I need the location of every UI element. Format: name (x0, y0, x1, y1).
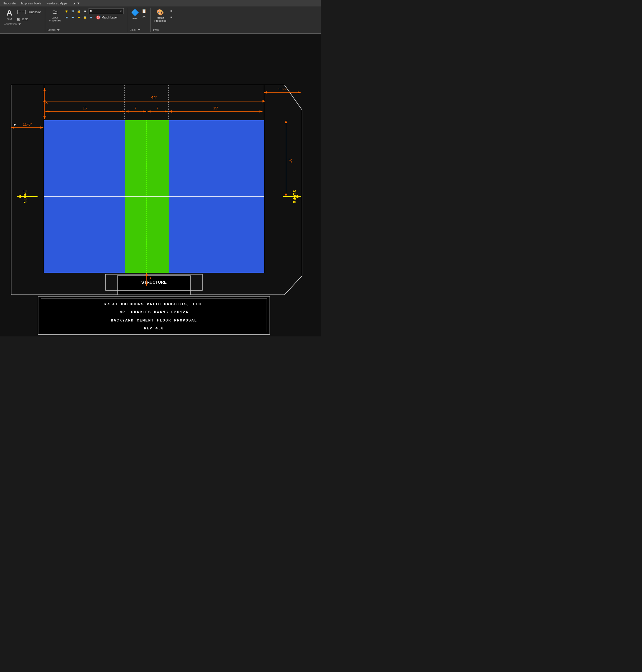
layer-tool-4[interactable]: 🔒 (82, 15, 88, 20)
table-button[interactable]: ⊞ Table (16, 16, 30, 22)
insert-button[interactable]: 🔷 Insert (130, 8, 140, 21)
layer-tool-3[interactable]: ✦ (76, 15, 81, 20)
svg-text:STRUCTURE: STRUCTURE (141, 280, 167, 284)
svg-text:REV 4.0: REV 4.0 (144, 326, 164, 331)
svg-marker-39 (11, 126, 14, 129)
svg-marker-28 (165, 110, 168, 113)
lock-icon-btn[interactable]: 🔒 (76, 9, 81, 14)
insert-label: Insert (132, 17, 139, 20)
svg-point-66 (14, 124, 15, 126)
svg-marker-31 (169, 110, 171, 113)
block-chevron (138, 29, 140, 31)
layers-group-label[interactable]: Layers (48, 28, 125, 31)
svg-marker-35 (264, 91, 267, 93)
prop-tool-2[interactable]: ≡ (169, 14, 174, 20)
text-button[interactable]: A Text (4, 8, 15, 21)
layer-properties-label: Layer Properties (49, 16, 61, 22)
prop-tool-1[interactable]: ≡ (169, 8, 174, 13)
svg-text:5: 5 (44, 102, 48, 104)
svg-marker-57 (296, 195, 300, 198)
svg-marker-47 (285, 120, 287, 123)
match-properties-button[interactable]: 🎨 Match Properties (153, 8, 167, 23)
tab-collaborate[interactable]: llaborate (1, 1, 18, 5)
ribbon: llaborate Express Tools Featured Apps ▲ … (0, 0, 321, 34)
layer-tool-2[interactable]: ✦ (70, 15, 75, 20)
dimension-icon: ⊢⊣ (17, 9, 26, 15)
layer-tool-5[interactable]: ≡ (89, 15, 94, 20)
insert-icon: 🔷 (131, 9, 139, 16)
dropdown-chevron: ▼ (119, 10, 122, 13)
svg-marker-23 (126, 110, 128, 113)
dimension-button[interactable]: ⊢⊣ Dimension (16, 8, 42, 16)
cad-svg: 44' 15' 7' 7' 15' 11'-5" 11'-5" (0, 34, 321, 337)
table-icon: ⊞ (17, 17, 20, 22)
ribbon-content: A Text ⊢⊣ Dimension ⊞ Table Annotation (0, 7, 321, 33)
svg-marker-40 (40, 126, 43, 129)
svg-marker-24 (143, 110, 146, 113)
svg-marker-43 (43, 88, 46, 91)
layers-group: 🗂 Layer Properties ☀ ❄ 🔒 ■ 0 (45, 8, 127, 32)
match-properties-label: Match Properties (154, 16, 166, 22)
block-group-label[interactable]: Block (130, 28, 148, 31)
annotation-top: A Text ⊢⊣ Dimension ⊞ Table (4, 8, 42, 22)
block-group: 🔷 Insert 📋 ✂ Block (127, 8, 151, 32)
dimension-label: Dimension (28, 11, 41, 14)
svg-text:20': 20' (288, 159, 292, 163)
block-tool-2[interactable]: ✂ (141, 14, 147, 20)
match-layer-label: Match Layer (102, 16, 118, 19)
square-icon-btn[interactable]: ■ (82, 9, 88, 14)
svg-marker-27 (147, 110, 151, 113)
annotation-group-label[interactable]: Annotation (4, 23, 21, 26)
match-layer-button[interactable]: 🎯 Match Layer (95, 15, 119, 20)
annotation-group: A Text ⊢⊣ Dimension ⊞ Table Annotation (2, 8, 45, 32)
svg-text:44': 44' (151, 95, 157, 100)
svg-text:11'-5": 11'-5" (23, 122, 32, 126)
layer-properties-icon: 🗂 (52, 9, 58, 15)
svg-marker-20 (122, 110, 125, 113)
svg-marker-44 (43, 116, 46, 119)
svg-rect-1 (117, 276, 191, 295)
text-label: Text (7, 17, 12, 21)
svg-text:GREAT OUTDOORS PATIO PROJECTS,: GREAT OUTDOORS PATIO PROJECTS, LLC. (104, 302, 204, 306)
svg-text:7': 7' (157, 106, 159, 110)
match-layer-icon: 🎯 (96, 15, 101, 20)
snowflake-icon-btn[interactable]: ❄ (70, 9, 75, 14)
properties-group-label: Prop (153, 28, 175, 31)
svg-text:15': 15' (83, 106, 87, 110)
layer-properties-button[interactable]: 🗂 Layer Properties (48, 8, 62, 23)
tab-express-tools[interactable]: Express Tools (19, 1, 43, 5)
svg-text:SLOPE: SLOPE (23, 190, 27, 203)
svg-marker-32 (259, 110, 262, 113)
svg-marker-48 (285, 194, 287, 196)
svg-text:15': 15' (213, 106, 218, 110)
drawing-area[interactable]: 44' 15' 7' 7' 15' 11'-5" 11'-5" (0, 34, 321, 337)
svg-marker-36 (298, 91, 300, 93)
layer-tool-1[interactable]: ≡ (64, 15, 69, 20)
svg-text:SLOPE: SLOPE (292, 190, 297, 203)
svg-marker-19 (46, 110, 48, 113)
sun-icon-btn[interactable]: ☀ (64, 9, 69, 14)
table-label: Table (22, 17, 28, 21)
svg-text:11'-5": 11'-5" (278, 87, 287, 91)
svg-marker-54 (17, 195, 21, 198)
svg-text:MR. CHARLES HWANG 020124: MR. CHARLES HWANG 020124 (119, 310, 188, 315)
tab-arrow[interactable]: ▲ ▼ (70, 1, 82, 5)
svg-text:BACKYARD CEMENT FLOOR PROPOSAL: BACKYARD CEMENT FLOOR PROPOSAL (111, 318, 197, 323)
match-properties-icon: 🎨 (157, 9, 164, 16)
block-tool-1[interactable]: 📋 (141, 8, 147, 13)
tab-featured-apps[interactable]: Featured Apps (44, 1, 70, 5)
text-icon: A (7, 9, 12, 17)
annotation-chevron (18, 24, 21, 25)
layers-chevron (57, 29, 60, 31)
svg-text:7': 7' (134, 106, 137, 110)
layer-dropdown[interactable]: 0 ▼ (89, 8, 124, 14)
properties-group: 🎨 Match Properties ≡ ≡ Prop (151, 8, 177, 32)
ribbon-tab-bar: llaborate Express Tools Featured Apps ▲ … (0, 0, 321, 7)
